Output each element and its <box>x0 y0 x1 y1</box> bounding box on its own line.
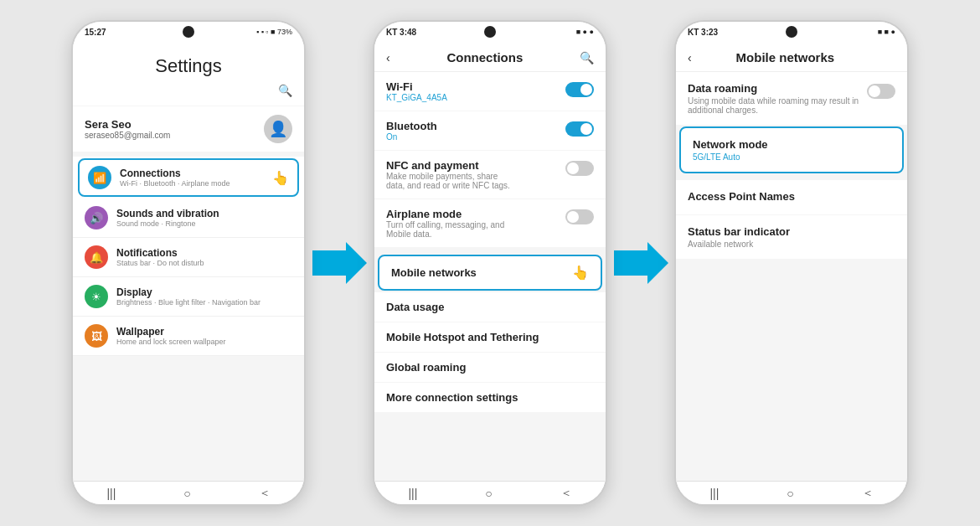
data-usage-info: Data usage <box>386 301 444 313</box>
data-usage-title: Data usage <box>386 301 444 313</box>
menu-item-wallpaper[interactable]: 🖼 Wallpaper Home and lock screen wallpap… <box>73 317 304 356</box>
more-connections-info: More connection settings <box>386 391 518 404</box>
wifi-toggle[interactable] <box>565 82 594 97</box>
profile-name: Sera Seo <box>85 118 170 131</box>
notifications-text: Notifications Status bar · Do not distur… <box>116 247 204 267</box>
nfc-desc: Make mobile payments, share data, and re… <box>386 172 512 190</box>
data-roaming-text: Data roaming Using mobile data while roa… <box>688 82 860 115</box>
settings-header: Settings 🔍 <box>73 42 304 106</box>
connections-text: Connections Wi-Fi · Bluetooth · Airplane… <box>120 168 230 188</box>
nav-home-icon-2[interactable]: ○ <box>485 487 492 500</box>
display-text: Display Brightness · Blue light filter ·… <box>116 286 260 307</box>
nav-back-icon[interactable]: ＜ <box>259 486 271 501</box>
connections-sub: Wi-Fi · Bluetooth · Airplane mode <box>120 179 230 188</box>
svg-marker-1 <box>614 242 668 284</box>
profile-section[interactable]: Sera Seo seraseo85@gmail.com 👤 <box>73 106 304 152</box>
bluetooth-info: Bluetooth On <box>386 120 437 142</box>
screen-2: ‹ Connections 🔍 Wi-Fi KT_GiGA_4A5A Bluet… <box>374 42 606 481</box>
network-mode-sub: 5G/LTE Auto <box>693 152 890 162</box>
nav-recent-icon[interactable]: ||| <box>106 487 116 500</box>
nav-home-icon[interactable]: ○ <box>183 487 190 500</box>
bluetooth-toggle-knob <box>580 123 592 135</box>
screen-3: ‹ Mobile networks Data roaming Using mob… <box>676 42 907 481</box>
data-roaming-row: Data roaming Using mobile data while roa… <box>688 82 895 115</box>
sounds-title: Sounds and vibration <box>116 208 219 219</box>
nav-home-icon-3[interactable]: ○ <box>787 487 793 500</box>
data-roaming-desc: Using mobile data while roaming may resu… <box>688 96 860 115</box>
global-roaming-info: Global roaming <box>386 361 466 374</box>
bluetooth-sub: On <box>386 132 437 142</box>
wifi-title: Wi-Fi <box>386 80 447 93</box>
nfc-item[interactable]: NFC and payment Make mobile payments, sh… <box>374 151 606 199</box>
arrow-svg-1 <box>312 242 367 284</box>
search-icon-2[interactable]: 🔍 <box>580 51 594 64</box>
nav-back-icon-2[interactable]: ＜ <box>560 486 572 501</box>
nav-recent-icon-2[interactable]: ||| <box>408 487 417 500</box>
network-mode-item[interactable]: Network mode 5G/LTE Auto <box>679 126 904 173</box>
status-bar-indicator-title: Status bar indicator <box>688 225 895 238</box>
menu-item-sounds[interactable]: 🔊 Sounds and vibration Sound mode · Ring… <box>73 199 304 238</box>
arrow-svg-2 <box>614 242 668 284</box>
nfc-toggle-knob <box>567 162 579 174</box>
more-connections-title: More connection settings <box>386 391 518 404</box>
airplane-toggle-knob <box>567 211 579 223</box>
wifi-icon: 📶 <box>88 166 111 189</box>
wallpaper-icon: 🖼 <box>85 324 108 348</box>
nav-back-icon-3[interactable]: ＜ <box>862 486 874 501</box>
profile-email: seraseo85@gmail.com <box>85 131 170 140</box>
status-icons-3: ■ ■ ● <box>878 28 895 36</box>
settings-menu: 📶 Connections Wi-Fi · Bluetooth · Airpla… <box>73 157 304 356</box>
phone-2: KT 3:48 ■ ● ● ‹ Connections 🔍 Wi-Fi KT_G… <box>373 20 607 506</box>
airplane-toggle[interactable] <box>565 209 594 224</box>
connections-header: ‹ Connections 🔍 <box>374 42 606 72</box>
settings-search[interactable]: 🔍 <box>85 84 292 97</box>
status-bar-indicator-item[interactable]: Status bar indicator Available network <box>676 215 907 259</box>
bell-icon: 🔔 <box>85 245 108 269</box>
wifi-item[interactable]: Wi-Fi KT_GiGA_4A5A <box>374 72 606 111</box>
data-roaming-toggle[interactable] <box>867 84 895 99</box>
nfc-toggle[interactable] <box>565 161 594 176</box>
connections-title: Connections <box>446 50 523 64</box>
more-connections-item[interactable]: More connection settings <box>374 383 606 412</box>
hotspot-title: Mobile Hotspot and Tethering <box>386 331 539 343</box>
settings-title: Settings <box>85 55 292 77</box>
data-roaming-item[interactable]: Data roaming Using mobile data while roa… <box>676 72 907 125</box>
nfc-title: NFC and payment <box>386 159 512 172</box>
nav-recent-icon-3[interactable]: ||| <box>709 487 719 500</box>
menu-item-notifications[interactable]: 🔔 Notifications Status bar · Do not dist… <box>73 238 304 277</box>
status-time-1: 15:27 <box>85 28 106 37</box>
access-point-item[interactable]: Access Point Names <box>676 180 907 214</box>
nav-bar-3: ||| ○ ＜ <box>676 481 907 504</box>
sounds-sub: Sound mode · Ringtone <box>116 219 219 228</box>
bluetooth-toggle[interactable] <box>565 121 594 137</box>
wallpaper-text: Wallpaper Home and lock screen wallpaper <box>116 326 226 346</box>
status-time-3: KT 3:23 <box>688 28 718 37</box>
hotspot-info: Mobile Hotspot and Tethering <box>386 331 539 343</box>
nav-bar-1: ||| ○ ＜ <box>73 481 304 504</box>
nav-bar-2: ||| ○ ＜ <box>374 481 606 504</box>
wallpaper-sub: Home and lock screen wallpaper <box>116 338 226 346</box>
menu-item-display[interactable]: ☀ Display Brightness · Blue light filter… <box>73 277 304 317</box>
back-button-2[interactable]: ‹ <box>386 51 390 64</box>
mobile-networks-item[interactable]: Mobile networks 👆 <box>378 255 602 291</box>
wifi-toggle-knob <box>580 84 592 95</box>
status-icons-1: ▪ ▪ ▫ ■ 73% <box>256 28 292 36</box>
connections-list: Wi-Fi KT_GiGA_4A5A Bluetooth On <box>374 72 606 481</box>
connections-title: Connections <box>120 168 230 179</box>
wallpaper-title: Wallpaper <box>116 326 226 338</box>
global-roaming-item[interactable]: Global roaming <box>374 353 606 382</box>
mobile-networks-info: Mobile networks <box>391 266 477 279</box>
camera-notch-3 <box>786 26 797 38</box>
bluetooth-item[interactable]: Bluetooth On <box>374 111 606 150</box>
screen-1: Settings 🔍 Sera Seo seraseo85@gmail.com … <box>73 42 304 481</box>
camera-notch-2 <box>484 26 496 38</box>
airplane-item[interactable]: Airplane mode Turn off calling, messagin… <box>374 199 606 247</box>
hotspot-item[interactable]: Mobile Hotspot and Tethering <box>374 322 606 352</box>
back-button-3[interactable]: ‹ <box>688 51 692 64</box>
menu-item-connections[interactable]: 📶 Connections Wi-Fi · Bluetooth · Airpla… <box>78 158 299 197</box>
avatar: 👤 <box>264 115 292 143</box>
display-icon: ☀ <box>85 285 108 308</box>
mobile-networks-header-title: Mobile networks <box>736 50 835 64</box>
data-usage-item[interactable]: Data usage <box>374 292 606 322</box>
profile-info: Sera Seo seraseo85@gmail.com <box>85 118 170 140</box>
